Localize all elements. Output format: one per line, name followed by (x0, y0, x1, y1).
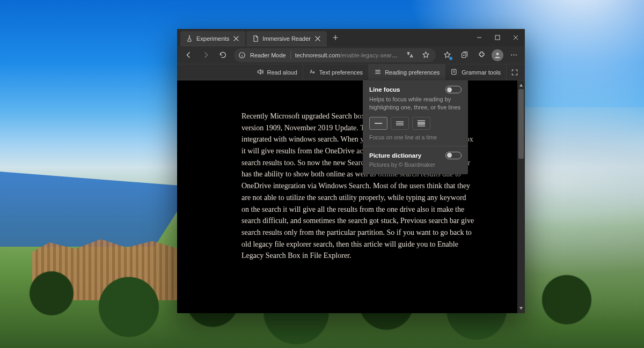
svg-rect-0 (495, 35, 500, 40)
minimize-button[interactable] (470, 29, 488, 46)
line-focus-title: Line focus (369, 86, 400, 93)
picture-dictionary-caption: Pictures by © Boardmaker (369, 161, 462, 168)
close-tab-icon[interactable] (314, 35, 321, 42)
line-focus-toggle[interactable] (445, 86, 462, 93)
read-aloud-label: Read aloud (267, 69, 297, 76)
favorites-button[interactable] (439, 48, 455, 63)
new-tab-button[interactable] (328, 29, 343, 46)
close-window-button[interactable] (507, 29, 525, 46)
svg-point-4 (511, 55, 512, 56)
svg-point-3 (496, 53, 499, 55)
lines-icon (374, 68, 382, 77)
page-content: Recently Microsoft upgraded Search box i… (177, 80, 525, 313)
vertical-scrollbar[interactable] (517, 80, 525, 313)
site-info-icon[interactable] (238, 51, 246, 59)
page-icon (252, 35, 259, 42)
text-a-icon (309, 68, 316, 77)
text-preferences-button[interactable]: Text preferences (303, 64, 368, 80)
titlebar: Experiments Immersive Reader (177, 29, 525, 46)
refresh-button[interactable] (215, 48, 231, 63)
grammar-tools-label: Grammar tools (462, 69, 501, 76)
reading-preferences-popup: Line focus Helps to focus while reading … (363, 80, 468, 174)
forward-button[interactable] (197, 48, 214, 63)
scroll-thumb[interactable] (518, 89, 524, 159)
svg-point-6 (515, 55, 516, 56)
scroll-down-arrow[interactable] (517, 305, 525, 312)
reading-preferences-button[interactable]: Reading preferences (368, 64, 445, 80)
tab-experiments[interactable]: Experiments (180, 31, 245, 46)
window-controls (470, 29, 525, 46)
line-focus-one[interactable] (369, 117, 387, 130)
tab-label: Immersive Reader (262, 35, 311, 42)
url-path: /enable-legacy-search-box-in-file-explor… (340, 52, 399, 58)
favorite-star-icon[interactable] (420, 49, 431, 61)
back-button[interactable] (180, 48, 196, 63)
picture-dictionary-title: Picture dictionary (369, 152, 421, 159)
address-bar[interactable]: Reader Mode technoresult.com/enable-lega… (234, 48, 436, 62)
text-preferences-label: Text preferences (319, 69, 363, 76)
tab-label: Experiments (196, 35, 229, 42)
immersive-reader-bar: Read aloud Text preferences Reading pref… (177, 64, 525, 80)
line-focus-three[interactable] (391, 117, 409, 130)
scroll-track[interactable] (517, 89, 525, 305)
toolbar: Reader Mode technoresult.com/enable-lega… (177, 46, 525, 64)
close-tab-icon[interactable] (232, 35, 240, 42)
translate-icon[interactable] (404, 49, 415, 61)
tab-immersive-reader[interactable]: Immersive Reader (246, 31, 327, 46)
fullscreen-toggle-button[interactable] (506, 64, 523, 80)
svg-rect-7 (452, 69, 456, 74)
flask-icon (186, 35, 193, 42)
edge-window: Experiments Immersive Reader (177, 29, 525, 313)
speaker-icon (257, 68, 264, 77)
separator (290, 51, 291, 59)
tab-strip: Experiments Immersive Reader (177, 29, 470, 46)
line-focus-caption: Focus on one line at a time (369, 134, 462, 140)
picture-dictionary-toggle[interactable] (445, 152, 462, 159)
profile-avatar[interactable] (492, 49, 503, 61)
settings-more-button[interactable] (506, 48, 522, 63)
grammar-icon (451, 68, 458, 77)
maximize-button[interactable] (488, 29, 507, 46)
extensions-button[interactable] (473, 48, 489, 63)
url-text: technoresult.com/enable-legacy-search-bo… (295, 52, 399, 58)
url-host: technoresult.com (295, 52, 340, 58)
divider (363, 146, 468, 146)
line-focus-description: Helps to focus while reading by highligh… (369, 95, 462, 112)
reader-mode-indicator: Reader Mode (250, 52, 286, 58)
collections-button[interactable] (456, 48, 472, 63)
line-focus-five[interactable] (412, 117, 430, 130)
reading-preferences-label: Reading preferences (385, 69, 440, 76)
grammar-tools-button[interactable]: Grammar tools (445, 64, 506, 80)
svg-point-5 (513, 55, 514, 56)
scroll-up-arrow[interactable] (517, 82, 525, 89)
line-focus-options (369, 117, 462, 130)
read-aloud-button[interactable]: Read aloud (251, 64, 303, 80)
